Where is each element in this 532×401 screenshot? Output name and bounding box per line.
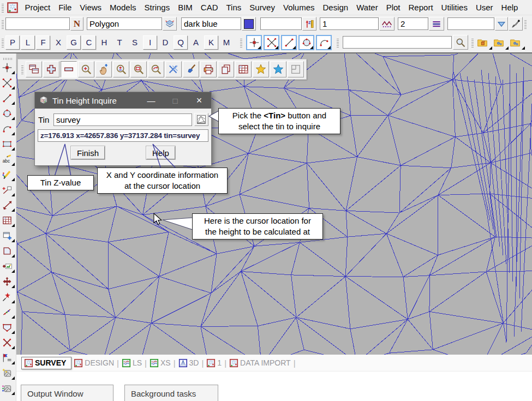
linetype-field[interactable]: [87, 17, 162, 30]
new-view-button[interactable]: [2, 229, 15, 242]
plot-button[interactable]: [200, 61, 217, 77]
weight-picker-button[interactable]: [429, 17, 444, 31]
menu-project[interactable]: Project: [21, 3, 55, 12]
favourite-blue-button[interactable]: [270, 61, 286, 77]
background-tasks-panel[interactable]: Background tasks: [124, 385, 218, 401]
minimize-button[interactable]: —: [139, 96, 163, 105]
view-toolbar-grip[interactable]: [21, 64, 23, 74]
mode-M-button[interactable]: M: [219, 35, 234, 50]
create-arc-button[interactable]: [2, 122, 15, 135]
mode-H-button[interactable]: H: [97, 35, 111, 50]
insert-image-button[interactable]: [2, 260, 15, 273]
snapgroup-grip[interactable]: [240, 38, 242, 47]
cad-toolbar-grip[interactable]: [3, 58, 13, 60]
menu-plot[interactable]: Plot: [382, 3, 404, 12]
props-grip-end[interactable]: [524, 19, 527, 29]
create-cross-button[interactable]: [2, 76, 15, 89]
dialog-titlebar[interactable]: Tin Height Inquire — □ ×: [35, 92, 211, 109]
tin-input[interactable]: [53, 113, 192, 126]
tools-folder-button[interactable]: [510, 35, 525, 50]
mode-X-button[interactable]: X: [51, 35, 65, 50]
menu-user[interactable]: User: [471, 3, 497, 12]
redraw-button[interactable]: [183, 61, 199, 77]
create-point-star-button[interactable]: [2, 290, 15, 303]
pick-field[interactable]: [447, 17, 494, 30]
search-grip[interactable]: [337, 38, 339, 47]
weight-field[interactable]: [398, 17, 428, 30]
menu-strings[interactable]: Strings: [140, 3, 174, 12]
segment-line-button[interactable]: [2, 306, 15, 319]
mode-C-button[interactable]: C: [82, 35, 96, 50]
create-polygon-button[interactable]: [2, 321, 15, 334]
settings-folder-button[interactable]: [493, 35, 509, 50]
menu-tins[interactable]: Tins: [222, 3, 246, 12]
finish-button[interactable]: Finish: [71, 146, 105, 159]
create-point-button[interactable]: [2, 61, 15, 74]
snaps-grip[interactable]: [2, 38, 4, 47]
menu-models[interactable]: Models: [106, 3, 140, 12]
edit-colours-button[interactable]: [2, 168, 15, 181]
pan-button[interactable]: [95, 61, 112, 77]
mode-I-button[interactable]: I: [143, 35, 157, 50]
point-snap-button[interactable]: [246, 35, 262, 50]
props-grip[interactable]: [2, 19, 4, 29]
zoom-scale-button[interactable]: [113, 61, 129, 77]
zoom-magnify-button[interactable]: [78, 61, 94, 77]
close-button[interactable]: ×: [187, 95, 211, 106]
mode-A-button[interactable]: A: [189, 35, 203, 50]
name-field[interactable]: [5, 17, 70, 30]
zoom-out-button[interactable]: [61, 61, 77, 77]
tin-select-button[interactable]: [194, 113, 208, 126]
circle-snap-button[interactable]: [298, 35, 314, 50]
view-tab-design[interactable]: DESIGN: [74, 358, 114, 368]
colour-swatch-button[interactable]: [242, 17, 256, 31]
maximize-button[interactable]: □: [163, 96, 187, 105]
tin-colour-button[interactable]: [2, 382, 15, 395]
grid-button[interactable]: [2, 214, 15, 227]
delete-view-button[interactable]: [165, 61, 182, 77]
folders-grip[interactable]: [471, 38, 474, 47]
project-folder-button[interactable]: [477, 35, 492, 50]
views-menu-button[interactable]: [26, 61, 42, 77]
mode-S-button[interactable]: S: [128, 35, 142, 50]
view-grid-button[interactable]: [235, 61, 252, 77]
create-shape-button[interactable]: [2, 244, 15, 258]
menu-file[interactable]: File: [55, 3, 76, 12]
menubar-grip[interactable]: [2, 3, 4, 13]
menu-water[interactable]: Water: [352, 3, 382, 12]
create-symbol-button[interactable]: [2, 183, 15, 196]
help-button[interactable]: Help: [146, 146, 175, 159]
arc-snap-button[interactable]: [316, 35, 332, 50]
view-tab-survey[interactable]: SURVEY: [21, 357, 71, 369]
create-line-button[interactable]: [2, 92, 15, 105]
translate-button[interactable]: [2, 275, 15, 288]
measure-button[interactable]: [2, 199, 15, 212]
eyedropper-button[interactable]: [509, 17, 523, 31]
zoom-extents-button[interactable]: [130, 61, 147, 77]
view-tab-data-import[interactable]: DATA IMPORT: [229, 358, 291, 368]
search-button[interactable]: [453, 35, 468, 50]
view-tab-xs[interactable]: XS: [150, 358, 171, 368]
create-text-button[interactable]: [2, 153, 15, 166]
mode-P-button[interactable]: P: [5, 35, 20, 50]
output-window-panel[interactable]: Output Window: [21, 385, 113, 401]
search-input[interactable]: [343, 36, 452, 49]
menu-cad[interactable]: CAD: [196, 3, 222, 12]
menu-design[interactable]: Design: [319, 3, 352, 12]
height-field[interactable]: [260, 17, 302, 30]
layout-view-button[interactable]: [288, 61, 304, 77]
colour-field[interactable]: [181, 17, 241, 30]
delete-button[interactable]: [2, 336, 15, 349]
create-rectangle-button[interactable]: [2, 137, 15, 151]
menu-utilities[interactable]: Utilities: [437, 3, 471, 12]
menu-bim[interactable]: BIM: [174, 3, 197, 12]
menu-help[interactable]: Help: [497, 3, 522, 12]
create-circle-button[interactable]: [2, 107, 15, 120]
cross-snap-button[interactable]: [264, 35, 279, 50]
mode-F-button[interactable]: F: [36, 35, 50, 50]
view-tab-ls[interactable]: LS: [122, 358, 142, 368]
favourite-yellow-button[interactable]: [253, 61, 269, 77]
report-list-button[interactable]: [2, 351, 15, 364]
model-picker-button[interactable]: [163, 17, 177, 31]
height-picker-button[interactable]: [302, 17, 316, 31]
